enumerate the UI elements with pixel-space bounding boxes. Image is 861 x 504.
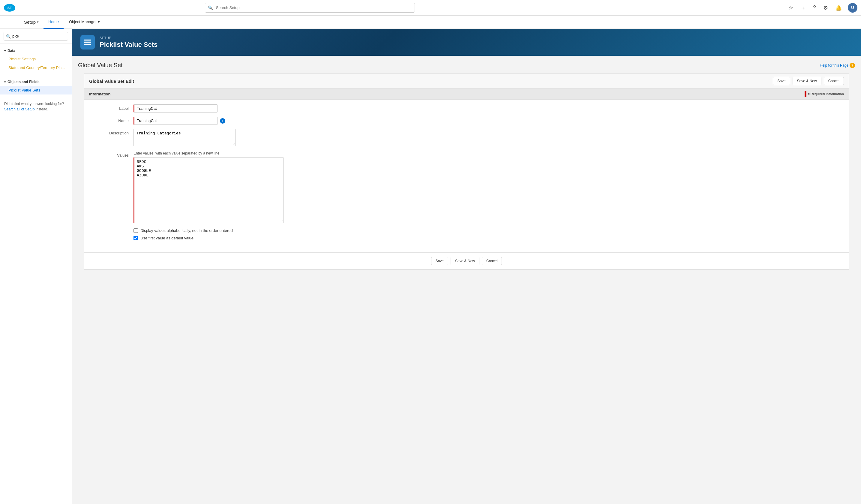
- sidebar-search-area: 🔍: [0, 29, 72, 44]
- label-input-wrap: [134, 105, 842, 112]
- name-row: Name i: [92, 117, 842, 125]
- save-new-button-top[interactable]: Save & New: [793, 77, 821, 85]
- info-section-label: Information: [89, 92, 111, 96]
- checkbox-default-label[interactable]: Use first value as default value: [140, 236, 193, 240]
- sidebar: 🔍 ▾ Data Picklist Settings State and Cou…: [0, 29, 72, 504]
- form-fields: Label Name: [84, 99, 849, 252]
- checkbox-default-row: Use first value as default value: [134, 236, 842, 240]
- cancel-button-bottom[interactable]: Cancel: [482, 257, 502, 265]
- apps-grid-icon[interactable]: ⋮⋮⋮: [3, 18, 21, 26]
- name-info-icon[interactable]: i: [220, 118, 225, 124]
- sidebar-item-picklist-value-sets[interactable]: Picklist Value Sets: [0, 86, 72, 95]
- values-field-label: Values: [92, 151, 134, 158]
- search-icon: 🔍: [208, 5, 213, 10]
- tab-object-manager[interactable]: Object Manager ▾: [64, 16, 105, 29]
- page-header-setup-label: SETUP: [100, 36, 158, 40]
- setup-nav-label[interactable]: Setup: [24, 19, 36, 25]
- sidebar-item-state-country[interactable]: State and Country/Territory Pic...: [0, 63, 72, 72]
- object-manager-chevron-icon: ▾: [98, 19, 100, 24]
- bell-button[interactable]: 🔔: [834, 3, 843, 12]
- sidebar-section-objects-header[interactable]: ▾ Objects and Fields: [0, 78, 72, 86]
- top-navbar: SF 🔍 ☆ ＋ ? ⚙ 🔔 U: [0, 0, 861, 16]
- sidebar-search-input[interactable]: [4, 32, 68, 41]
- top-search-bar: 🔍: [205, 3, 415, 13]
- values-input-wrap: Enter values, with each value separated …: [134, 151, 842, 224]
- gear-button[interactable]: ⚙: [822, 3, 829, 12]
- form-body: Label Name: [84, 99, 849, 252]
- save-new-button-bottom[interactable]: Save & New: [451, 257, 479, 265]
- sidebar-section-data: ▾ Data Picklist Settings State and Count…: [0, 44, 72, 75]
- page-header-text: SETUP Picklist Value Sets: [100, 36, 158, 49]
- svg-rect-2: [84, 40, 91, 41]
- form-top-actions: Save Save & New Cancel: [773, 77, 844, 85]
- star-icon-button[interactable]: ☆: [787, 3, 794, 12]
- content-area: SETUP Picklist Value Sets Global Value S…: [72, 29, 861, 504]
- tab-home[interactable]: Home: [43, 16, 64, 29]
- checkbox-default[interactable]: [134, 236, 138, 240]
- form-title-bar: Global Value Set Edit Save Save & New Ca…: [84, 74, 849, 88]
- sidebar-section-objects-fields: ▾ Objects and Fields Picklist Value Sets: [0, 75, 72, 97]
- description-input-wrap: [134, 129, 842, 147]
- gvs-page: Global Value Set Help for this Page ? Gl…: [72, 56, 861, 281]
- bottom-actions: Save Save & New Cancel: [84, 252, 849, 269]
- gvs-title-row: Global Value Set Help for this Page ?: [78, 62, 855, 69]
- page-header: SETUP Picklist Value Sets: [72, 29, 861, 56]
- help-circle-icon: ?: [850, 63, 855, 68]
- checkbox-alpha-label[interactable]: Display values alphabetically, not in th…: [140, 228, 233, 233]
- info-section-header: Information = Required Information: [84, 88, 849, 99]
- sidebar-section-data-header[interactable]: ▾ Data: [0, 47, 72, 55]
- svg-rect-4: [84, 44, 91, 45]
- search-setup-input[interactable]: [205, 3, 415, 13]
- label-input[interactable]: [134, 105, 218, 112]
- sidebar-search-icon: 🔍: [6, 34, 11, 38]
- name-input-wrap: i: [134, 117, 842, 125]
- checkbox-alpha-row: Display values alphabetically, not in th…: [134, 228, 842, 233]
- cancel-button-top[interactable]: Cancel: [824, 77, 844, 85]
- top-bar-actions: ☆ ＋ ? ⚙ 🔔 U: [787, 3, 857, 13]
- avatar[interactable]: U: [848, 3, 857, 13]
- form-card: Global Value Set Edit Save Save & New Ca…: [84, 73, 849, 270]
- nav-tabs: ⋮⋮⋮ Setup ▾ Home Object Manager ▾: [0, 16, 861, 29]
- svg-rect-3: [84, 42, 91, 43]
- help-link[interactable]: Help for this Page ?: [820, 63, 855, 68]
- setup-chevron-icon[interactable]: ▾: [37, 20, 39, 24]
- data-section-chevron-icon: ▾: [4, 49, 6, 53]
- save-button-top[interactable]: Save: [773, 77, 790, 85]
- gvs-page-title: Global Value Set: [78, 62, 123, 69]
- label-field-label: Label: [92, 105, 134, 111]
- name-field-label: Name: [92, 117, 134, 123]
- description-field-label: Description: [92, 129, 134, 135]
- page-header-title: Picklist Value Sets: [100, 41, 158, 49]
- description-textarea[interactable]: [134, 129, 235, 146]
- sidebar-not-found: Didn't find what you were looking for? S…: [0, 97, 72, 115]
- name-input[interactable]: [134, 117, 218, 125]
- values-textarea[interactable]: [134, 157, 284, 223]
- description-row: Description: [92, 129, 842, 147]
- form-title: Global Value Set Edit: [89, 79, 134, 84]
- label-row: Label: [92, 105, 842, 112]
- objects-section-chevron-icon: ▾: [4, 80, 6, 84]
- values-hint: Enter values, with each value separated …: [134, 151, 842, 155]
- sidebar-item-picklist-settings[interactable]: Picklist Settings: [0, 55, 72, 63]
- save-button-bottom[interactable]: Save: [431, 257, 448, 265]
- add-button[interactable]: ＋: [799, 3, 807, 13]
- values-row: Values Enter values, with each value sep…: [92, 151, 842, 224]
- required-indicator: [805, 91, 806, 97]
- search-all-setup-link[interactable]: Search all of Setup: [4, 107, 35, 111]
- checkboxes-row: Display values alphabetically, not in th…: [92, 228, 842, 243]
- help-button[interactable]: ?: [812, 3, 817, 12]
- required-legend: = Required Information: [805, 91, 844, 97]
- checkbox-alpha[interactable]: [134, 228, 138, 233]
- svg-text:SF: SF: [8, 6, 12, 9]
- main-layout: 🔍 ▾ Data Picklist Settings State and Cou…: [0, 29, 861, 504]
- salesforce-logo[interactable]: SF: [4, 2, 16, 14]
- page-header-icon: [80, 35, 95, 50]
